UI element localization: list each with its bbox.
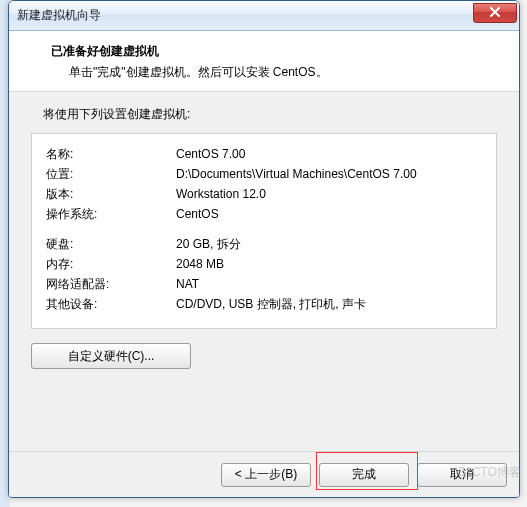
setting-value: 20 GB, 拆分 xyxy=(176,234,482,254)
setting-row: 其他设备:CD/DVD, USB 控制器, 打印机, 声卡 xyxy=(46,294,482,314)
setting-label: 操作系统: xyxy=(46,204,176,224)
setting-value: CentOS xyxy=(176,204,482,224)
close-button[interactable] xyxy=(473,3,517,23)
setting-value: CentOS 7.00 xyxy=(176,144,482,164)
wizard-title: 已准备好创建虚拟机 xyxy=(33,43,499,60)
setting-row: 操作系统:CentOS xyxy=(46,204,482,224)
settings-summary-box: 名称:CentOS 7.00 位置:D:\Documents\Virtual M… xyxy=(31,133,497,329)
wizard-subtitle: 单击"完成"创建虚拟机。然后可以安装 CentOS。 xyxy=(33,64,499,81)
setting-label: 版本: xyxy=(46,184,176,204)
back-button[interactable]: < 上一步(B) xyxy=(221,463,311,487)
customize-hardware-button[interactable]: 自定义硬件(C)... xyxy=(31,343,191,369)
finish-button[interactable]: 完成 xyxy=(319,463,409,487)
wizard-footer: < 上一步(B) 完成 取消 xyxy=(9,451,519,497)
setting-row: 名称:CentOS 7.00 xyxy=(46,144,482,164)
wizard-header: 已准备好创建虚拟机 单击"完成"创建虚拟机。然后可以安装 CentOS。 xyxy=(9,31,519,92)
setting-value: NAT xyxy=(176,274,482,294)
setting-value: 2048 MB xyxy=(176,254,482,274)
setting-row: 内存:2048 MB xyxy=(46,254,482,274)
setting-label: 内存: xyxy=(46,254,176,274)
setting-value: Workstation 12.0 xyxy=(176,184,482,204)
setting-label: 名称: xyxy=(46,144,176,164)
new-vm-wizard-dialog: 新建虚拟机向导 已准备好创建虚拟机 单击"完成"创建虚拟机。然后可以安装 Cen… xyxy=(8,0,520,498)
setting-label: 硬盘: xyxy=(46,234,176,254)
titlebar: 新建虚拟机向导 xyxy=(9,1,519,31)
setting-label: 位置: xyxy=(46,164,176,184)
setting-row: 硬盘:20 GB, 拆分 xyxy=(46,234,482,254)
setting-label: 网络适配器: xyxy=(46,274,176,294)
setting-label: 其他设备: xyxy=(46,294,176,314)
setting-row: 网络适配器:NAT xyxy=(46,274,482,294)
setting-value: D:\Documents\Virtual Machines\CentOS 7.0… xyxy=(176,164,482,184)
close-icon xyxy=(489,7,501,18)
setting-row: 位置:D:\Documents\Virtual Machines\CentOS … xyxy=(46,164,482,184)
setting-value: CD/DVD, USB 控制器, 打印机, 声卡 xyxy=(176,294,482,314)
cancel-button[interactable]: 取消 xyxy=(417,463,507,487)
window-title: 新建虚拟机向导 xyxy=(17,7,473,24)
settings-intro: 将使用下列设置创建虚拟机: xyxy=(31,106,497,123)
setting-row: 版本:Workstation 12.0 xyxy=(46,184,482,204)
wizard-content: 将使用下列设置创建虚拟机: 名称:CentOS 7.00 位置:D:\Docum… xyxy=(9,92,519,451)
